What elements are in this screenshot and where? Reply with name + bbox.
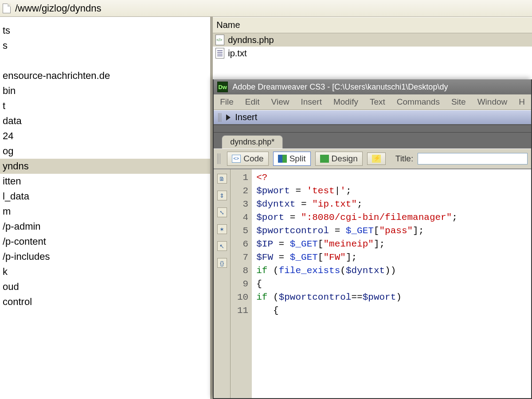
tree-item[interactable]: k bbox=[0, 264, 210, 279]
grip-icon[interactable] bbox=[218, 113, 222, 122]
editor-side-tools: 🗎⇕⤡✶↖{} bbox=[214, 169, 231, 398]
tree-item[interactable]: ensource-nachrichten.de bbox=[0, 68, 210, 83]
tree-item[interactable]: /p-includes bbox=[0, 249, 210, 264]
code-line[interactable]: $dyntxt = "ip.txt"; bbox=[256, 198, 531, 211]
tree-item[interactable]: l_data bbox=[0, 189, 210, 204]
code-line[interactable]: if ($pwortcontrol==$pwort) bbox=[256, 291, 531, 304]
right-pane: Name dyndns.phpip.txt Dw Adobe Dreamweav… bbox=[213, 17, 532, 399]
editor-tool-button[interactable]: ⤡ bbox=[217, 207, 227, 217]
split-view-button[interactable]: Split bbox=[273, 152, 311, 166]
editor-tool-button[interactable]: ✶ bbox=[217, 224, 227, 234]
menu-text[interactable]: Text bbox=[370, 97, 385, 107]
tree-item[interactable]: ts bbox=[0, 23, 210, 38]
tree-item[interactable]: 24 bbox=[0, 129, 210, 144]
file-name: ip.txt bbox=[228, 48, 246, 59]
line-number: 9 bbox=[231, 278, 248, 291]
tree-item[interactable]: m bbox=[0, 204, 210, 219]
tree-item[interactable]: og bbox=[0, 144, 210, 159]
grip-icon[interactable] bbox=[217, 153, 221, 164]
document-separator bbox=[214, 125, 531, 133]
dreamweaver-window: Dw Adobe Dreamweaver CS3 - [C:\Users\kan… bbox=[213, 79, 532, 399]
tree-item[interactable]: s bbox=[0, 38, 210, 53]
tree-item[interactable]: itten bbox=[0, 174, 210, 189]
line-number: 3 bbox=[231, 198, 248, 211]
code-icon bbox=[232, 155, 241, 163]
tree-item[interactable]: oud bbox=[0, 279, 210, 294]
code-line[interactable]: { bbox=[256, 304, 531, 317]
current-path[interactable]: /www/gizlog/dyndns bbox=[15, 3, 101, 14]
tree-item[interactable]: data bbox=[0, 113, 210, 129]
menu-file[interactable]: File bbox=[220, 97, 234, 107]
code-line[interactable]: { bbox=[256, 278, 531, 291]
document-icon bbox=[3, 4, 11, 13]
editor-tool-button[interactable]: ⇕ bbox=[217, 191, 227, 200]
menu-insert[interactable]: Insert bbox=[301, 97, 322, 107]
tree-item[interactable]: /p-admin bbox=[0, 219, 210, 234]
editor-tool-button[interactable]: {} bbox=[217, 258, 227, 268]
tree-item[interactable]: bin bbox=[0, 83, 210, 98]
tree-item[interactable]: /p-content bbox=[0, 234, 210, 249]
main-columns: tss ensource-nachrichten.debintdata24ogy… bbox=[0, 17, 532, 399]
triangle-right-icon[interactable] bbox=[226, 114, 231, 121]
code-view-button[interactable]: Code bbox=[227, 152, 268, 166]
dreamweaver-logo-icon: Dw bbox=[217, 82, 228, 92]
code-line[interactable]: $pwort = 'test|'; bbox=[256, 184, 531, 198]
tree-item[interactable]: t bbox=[0, 98, 210, 113]
line-number: 6 bbox=[231, 238, 248, 251]
code-line[interactable]: $IP = $_GET["meineip"]; bbox=[256, 238, 531, 251]
insert-panel-header[interactable]: Insert bbox=[214, 110, 531, 125]
menu-site[interactable]: Site bbox=[451, 97, 466, 107]
design-icon bbox=[320, 155, 329, 163]
window-titlebar[interactable]: Dw Adobe Dreamweaver CS3 - [C:\Users\kan… bbox=[214, 79, 531, 94]
file-list-spacer bbox=[213, 60, 532, 79]
menu-window[interactable]: Window bbox=[477, 97, 508, 107]
code-line[interactable]: $FW = $_GET["FW"]; bbox=[256, 251, 531, 264]
tree-item[interactable]: control bbox=[0, 294, 210, 309]
file-list[interactable]: dyndns.phpip.txt bbox=[213, 33, 532, 60]
tab-dyndns[interactable]: dyndns.php* bbox=[222, 135, 283, 149]
line-number: 10 bbox=[231, 291, 248, 304]
editor-tool-button[interactable]: 🗎 bbox=[217, 174, 227, 184]
menu-bar: FileEditViewInsertModifyTextCommandsSite… bbox=[214, 94, 531, 110]
line-number: 11 bbox=[231, 304, 248, 317]
line-number: 5 bbox=[231, 224, 248, 238]
design-label: Design bbox=[332, 154, 358, 164]
menu-edit[interactable]: Edit bbox=[245, 97, 260, 107]
document-toolbar: Code Split Design Title: bbox=[214, 149, 531, 169]
txt-file-icon bbox=[215, 48, 224, 59]
menu-commands[interactable]: Commands bbox=[397, 97, 440, 107]
menu-view[interactable]: View bbox=[271, 97, 289, 107]
code-area[interactable]: <?$pwort = 'test|';$dyntxt = "ip.txt";$p… bbox=[252, 169, 531, 398]
php-file-icon bbox=[215, 35, 224, 45]
menu-h[interactable]: H bbox=[519, 97, 525, 107]
line-number: 1 bbox=[231, 171, 248, 184]
live-view-button[interactable] bbox=[367, 153, 386, 165]
insert-label: Insert bbox=[235, 112, 257, 122]
lightning-icon bbox=[372, 155, 381, 163]
title-label: Title: bbox=[395, 154, 413, 164]
code-line[interactable]: $pwortcontrol = $_GET["pass"]; bbox=[256, 224, 531, 238]
code-line[interactable]: $port = ":8080/cgi-bin/filemanager"; bbox=[256, 211, 531, 224]
editor-tool-button[interactable]: ↖ bbox=[217, 241, 227, 251]
window-title: Adobe Dreamweaver CS3 - [C:\Users\kanuts… bbox=[232, 82, 448, 92]
line-number: 8 bbox=[231, 264, 248, 278]
file-name: dyndns.php bbox=[228, 35, 274, 45]
code-editor: 🗎⇕⤡✶↖{} 1234567891011 <?$pwort = 'test|'… bbox=[214, 169, 531, 398]
file-row[interactable]: ip.txt bbox=[213, 47, 532, 60]
column-header-name[interactable]: Name bbox=[213, 17, 532, 33]
title-input[interactable] bbox=[418, 153, 528, 164]
tree-item[interactable]: yndns bbox=[0, 159, 210, 174]
design-view-button[interactable]: Design bbox=[315, 152, 363, 166]
tree-item[interactable] bbox=[0, 53, 210, 68]
line-number: 4 bbox=[231, 211, 248, 224]
code-line[interactable]: <? bbox=[256, 171, 531, 184]
line-number: 2 bbox=[231, 184, 248, 198]
file-row[interactable]: dyndns.php bbox=[213, 33, 532, 47]
line-number-gutter: 1234567891011 bbox=[231, 169, 252, 398]
line-number: 7 bbox=[231, 251, 248, 264]
split-label: Split bbox=[289, 154, 306, 164]
code-line[interactable]: if (file_exists($dyntxt)) bbox=[256, 264, 531, 278]
document-tabs: dyndns.php* bbox=[214, 133, 531, 149]
folder-tree[interactable]: tss ensource-nachrichten.debintdata24ogy… bbox=[0, 17, 213, 399]
menu-modify[interactable]: Modify bbox=[333, 97, 358, 107]
